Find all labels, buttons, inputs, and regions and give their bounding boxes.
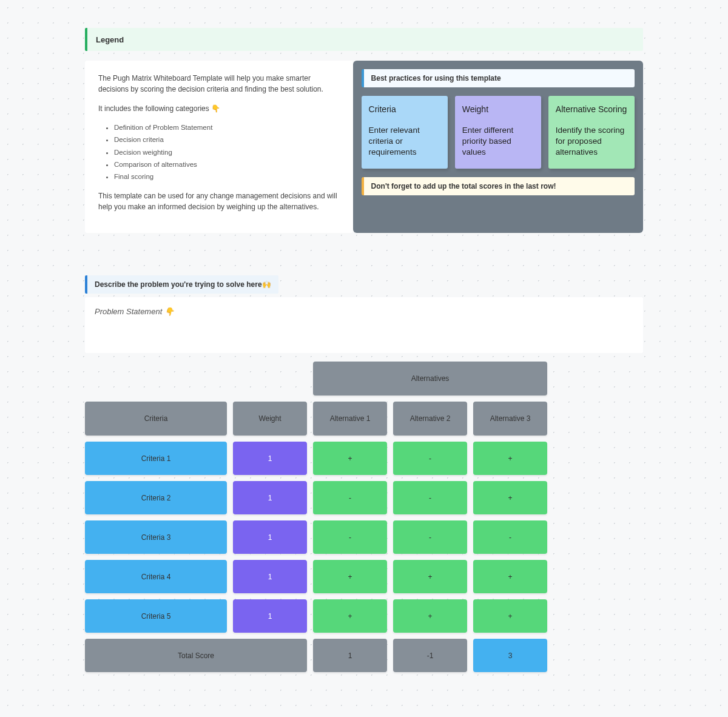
alt2-header[interactable]: Alternative 2 (393, 402, 467, 436)
score-cell[interactable]: + (473, 481, 547, 514)
alt1-header[interactable]: Alternative 1 (313, 402, 387, 436)
legend-callout: Legend (85, 28, 643, 51)
total-cell-best[interactable]: 3 (473, 639, 547, 672)
score-cell[interactable]: - (393, 481, 467, 514)
weight-cell[interactable]: 1 (233, 481, 307, 514)
sticky-row: Criteria Enter relevant criteria or requ… (362, 96, 635, 169)
legend-label: Legend (96, 35, 124, 44)
score-cell[interactable]: - (313, 520, 387, 554)
sticky-criteria[interactable]: Criteria Enter relevant criteria or requ… (362, 96, 448, 169)
score-cell[interactable]: - (393, 442, 467, 475)
tip-best-practices: Best practices for using this template (362, 69, 635, 87)
table-row: Criteria 4 1 + + + (85, 560, 643, 593)
intro-p3: This template can be used for any change… (98, 190, 340, 212)
score-cell[interactable]: - (313, 481, 387, 514)
sticky-scoring[interactable]: Alternative Scoring Identify the scoring… (548, 96, 635, 169)
criteria-cell[interactable]: Criteria 2 (85, 481, 227, 514)
weight-cell[interactable]: 1 (233, 599, 307, 633)
list-item: Comparison of alternatives (114, 160, 340, 170)
intro-p2: It includes the following categories 👇 (98, 103, 340, 114)
table-row: Criteria 3 1 - - - (85, 520, 643, 554)
column-headers-row: Criteria Weight Alternative 1 Alternativ… (85, 402, 643, 436)
score-cell[interactable]: - (393, 520, 467, 554)
table-row: Criteria 2 1 - - + (85, 481, 643, 514)
alt3-header[interactable]: Alternative 3 (473, 402, 547, 436)
list-item: Final scoring (114, 172, 340, 182)
score-cell[interactable]: + (473, 442, 547, 475)
criteria-cell[interactable]: Criteria 4 (85, 560, 227, 593)
intro-p1: The Pugh Matrix Whiteboard Template will… (98, 73, 340, 95)
pugh-matrix: Alternatives Criteria Weight Alternative… (85, 362, 643, 672)
weight-cell[interactable]: 1 (233, 520, 307, 554)
whiteboard-canvas[interactable]: Legend The Pugh Matrix Whiteboard Templa… (0, 0, 728, 696)
list-item: Decision criteria (114, 135, 340, 145)
total-cell[interactable]: 1 (313, 639, 387, 672)
score-cell[interactable]: + (473, 560, 547, 593)
total-row: Total Score 1 -1 3 (85, 639, 643, 672)
score-cell[interactable]: - (473, 520, 547, 554)
score-cell[interactable]: + (313, 560, 387, 593)
problem-callout: Describe the problem you're trying to so… (85, 275, 278, 294)
score-cell[interactable]: + (393, 560, 467, 593)
score-cell[interactable]: + (313, 599, 387, 633)
total-label-cell[interactable]: Total Score (85, 639, 307, 672)
problem-statement-box[interactable]: Problem Statement 👇 (85, 297, 643, 353)
guidance-card[interactable]: Best practices for using this template C… (353, 61, 643, 233)
criteria-cell[interactable]: Criteria 5 (85, 599, 227, 633)
list-item: Definition of Problem Statement (114, 123, 340, 133)
intro-list: Definition of Problem Statement Decision… (114, 123, 340, 182)
criteria-cell[interactable]: Criteria 3 (85, 520, 227, 554)
table-row: Criteria 1 1 + - + (85, 442, 643, 475)
sticky-weight[interactable]: Weight Enter different priority based va… (455, 96, 541, 169)
score-cell[interactable]: + (313, 442, 387, 475)
intro-card[interactable]: The Pugh Matrix Whiteboard Template will… (85, 61, 353, 233)
total-cell[interactable]: -1 (393, 639, 467, 672)
tip-totals: Don't forget to add up the total scores … (362, 177, 635, 195)
alternatives-header-row: Alternatives (85, 362, 643, 396)
list-item: Decision weighting (114, 147, 340, 158)
criteria-header[interactable]: Criteria (85, 402, 227, 436)
weight-cell[interactable]: 1 (233, 442, 307, 475)
weight-cell[interactable]: 1 (233, 560, 307, 593)
weight-header[interactable]: Weight (233, 402, 307, 436)
criteria-cell[interactable]: Criteria 1 (85, 442, 227, 475)
table-row: Criteria 5 1 + + + (85, 599, 643, 633)
score-cell[interactable]: + (393, 599, 467, 633)
score-cell[interactable]: + (473, 599, 547, 633)
top-panel: The Pugh Matrix Whiteboard Template will… (85, 61, 643, 233)
problem-label: Problem Statement 👇 (95, 307, 174, 316)
alternatives-header[interactable]: Alternatives (313, 362, 547, 396)
